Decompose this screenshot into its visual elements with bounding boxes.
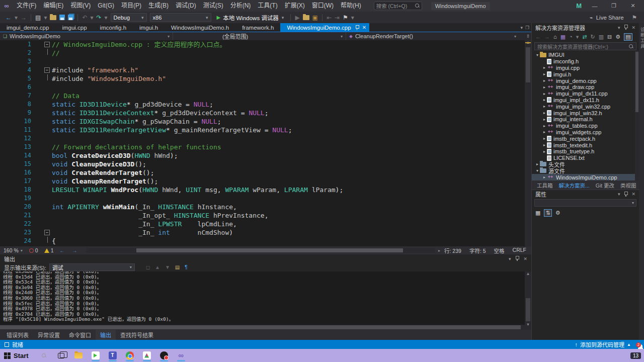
start-debug-button[interactable]: ▶本地 Windows 调试器▾: [217, 14, 284, 22]
close-button[interactable]: ✕: [627, 3, 639, 9]
se-show-all-files-icon[interactable]: ▤: [624, 33, 632, 41]
scrollbar-thumb[interactable]: [0, 325, 521, 329]
background-tasks-icon[interactable]: [5, 342, 9, 347]
se-sync-with-active-document-icon[interactable]: ⇄: [582, 34, 587, 40]
tool-window-tab[interactable]: 错误列表: [2, 330, 33, 340]
chevron-collapsed-icon[interactable]: ▸: [542, 85, 547, 89]
navigate-backward-icon[interactable]: ⇤: [327, 13, 332, 23]
menu-item[interactable]: 项目(P): [118, 0, 145, 12]
feedback-icon[interactable]: ⚑: [632, 14, 637, 21]
tool-window-tab[interactable]: 异常设置: [33, 330, 64, 340]
code-line[interactable]: 7// Data: [0, 92, 531, 100]
code-line[interactable]: 15void CleanupDeviceD3D();: [0, 160, 531, 168]
tree-item[interactable]: imconfig.h: [532, 58, 639, 65]
document-tab[interactable]: imgui_demo.cpp: [0, 23, 55, 32]
tool-window-tab[interactable]: 命令窗口: [64, 330, 96, 340]
tree-item[interactable]: ▸imstb_textedit.h: [532, 142, 639, 148]
command-window-icon[interactable]: ▣: [312, 13, 318, 23]
code-line[interactable]: 11static ID3D11RenderTargetView* g_mainR…: [0, 126, 531, 134]
menu-item[interactable]: 文件(F): [13, 0, 40, 12]
chevron-expanded-icon[interactable]: ▾: [535, 168, 540, 173]
code-line[interactable]: 22 _In_ LPWSTR lpCmdLine,: [0, 220, 531, 228]
output-log[interactable]: 线程 0x54b0 已退出，返回值为 0 (0x0)。线程 0x15d4 已退出…: [0, 272, 531, 325]
nav-back-dropdown[interactable]: ▾: [15, 13, 18, 23]
code-line[interactable]: 6: [0, 83, 531, 92]
code-line[interactable]: 1// WindowsImguiDemo.cpp : 定义应用程序的入口点。: [0, 40, 531, 49]
output-goto-prev-message-icon[interactable]: ▲: [155, 264, 160, 270]
close-icon[interactable]: ✕: [631, 25, 635, 30]
tree-item[interactable]: ▸imstb_rectpack.h: [532, 135, 639, 142]
tree-item[interactable]: ▸++imgui_draw.cpp: [532, 84, 639, 90]
chevron-collapsed-icon[interactable]: ▸: [542, 72, 547, 76]
tree-item[interactable]: ▸imgui_internal.h: [532, 116, 639, 123]
props-alphabetical-icon[interactable]: ⇅: [544, 209, 551, 217]
pin-icon[interactable]: [624, 192, 627, 197]
tree-item[interactable]: ▸++imgui.cpp: [532, 65, 639, 71]
menu-item[interactable]: 调试(D): [172, 0, 200, 12]
member-dropdown[interactable]: ◈ CleanupRenderTarget() ▾: [346, 32, 519, 40]
chrome-icon[interactable]: [122, 349, 137, 361]
chevron-collapsed-icon[interactable]: ▸: [542, 143, 547, 147]
code-line[interactable]: 4#include "framework.h": [0, 66, 531, 74]
redo-dropdown[interactable]: ▾: [105, 13, 108, 23]
se-forward-icon[interactable]: →: [544, 34, 550, 40]
account-avatar[interactable]: M: [576, 2, 582, 10]
se-home-icon[interactable]: ⌂: [553, 34, 557, 40]
chevron-collapsed-icon[interactable]: ▸: [542, 130, 547, 134]
open-file-icon[interactable]: [50, 15, 56, 20]
chevron-collapsed-icon[interactable]: ▸: [542, 111, 547, 115]
output-horizontal-scrollbar[interactable]: [0, 325, 531, 330]
tree-item[interactable]: LICENSE.txt: [532, 155, 639, 161]
project-dropdown[interactable]: ❏ WindowsImguiDemo ▾: [0, 32, 173, 40]
start-button[interactable]: Start: [4, 352, 29, 359]
attach-process-icon[interactable]: ▶: [295, 13, 299, 23]
splitter-icon[interactable]: ⇕: [526, 34, 531, 39]
se-properties-icon[interactable]: ⚙: [615, 34, 620, 40]
menu-item[interactable]: 工具(T): [254, 0, 281, 12]
zoom-dropdown[interactable]: 160 % ▾: [0, 247, 26, 253]
new-item-icon[interactable]: ▤: [35, 13, 41, 23]
editor-vertical-scrollbar[interactable]: ▲: [525, 40, 531, 246]
scrollbar-thumb[interactable]: [526, 47, 530, 82]
media-editor-app-icon[interactable]: [139, 349, 154, 361]
chevron-collapsed-icon[interactable]: ▸: [542, 65, 547, 70]
tree-item[interactable]: ▸++imgui_impl_dx11.cpp: [532, 90, 639, 97]
editor-horizontal-scrollbar[interactable]: [86, 248, 435, 253]
menu-item[interactable]: 测试(S): [200, 0, 227, 12]
document-tab[interactable]: WindowsImguiDemo.h: [165, 23, 235, 32]
document-tab[interactable]: imgui.cpp: [55, 23, 93, 32]
chevron-collapsed-icon[interactable]: ▸: [542, 149, 547, 154]
se-pending-changes-filter-icon[interactable]: ◔: [569, 34, 573, 40]
navigate-forward-icon[interactable]: ⇥: [335, 13, 340, 23]
panel-tab[interactable]: 解决方案资...: [556, 180, 593, 190]
tree-item[interactable]: ▸imstb_truetype.h: [532, 148, 639, 155]
close-icon[interactable]: ✕: [523, 256, 527, 261]
window-position-dropdown-icon[interactable]: ▾: [509, 256, 511, 261]
close-icon[interactable]: ✕: [362, 25, 366, 30]
panel-tab[interactable]: 类视图: [617, 180, 639, 190]
chevron-expanded-icon[interactable]: ▾: [535, 53, 540, 57]
se-collapse-all-icon[interactable]: ⊟: [607, 34, 612, 40]
maximize-button[interactable]: ❐: [608, 3, 620, 9]
tool-window-tab[interactable]: 输出: [96, 330, 116, 340]
tree-item[interactable]: ▸++imgui_demo.cpp: [532, 77, 639, 84]
nav-forward-icon[interactable]: →: [21, 13, 27, 23]
close-icon[interactable]: ✕: [631, 192, 635, 197]
code-line[interactable]: 16void CreateRenderTarget();: [0, 168, 531, 177]
diagnostic-tools-tab[interactable]: 诊断工具: [639, 27, 644, 49]
scrollbar-thumb[interactable]: [136, 248, 403, 252]
se-refresh-icon[interactable]: ↻: [590, 34, 595, 40]
undo-icon[interactable]: ↶: [82, 13, 87, 23]
code-line[interactable]: 23 _In_ int nCmdShow): [0, 228, 531, 237]
task-view-button[interactable]: [54, 349, 69, 361]
navigate-back-forward-icons[interactable]: ← →: [59, 248, 80, 253]
find-in-files-icon[interactable]: [303, 15, 309, 20]
float-window-icon[interactable]: ❐: [525, 25, 529, 30]
chevron-collapsed-icon[interactable]: ▸: [542, 78, 547, 83]
document-tab-active[interactable]: WindowsImguiDemo.cpp✕: [280, 23, 369, 32]
redo-icon[interactable]: ↷: [97, 13, 102, 23]
error-count[interactable]: 0: [29, 247, 38, 253]
code-line[interactable]: 5#include "WindowsImguiDemo.h": [0, 74, 531, 83]
debug-config-combo[interactable]: Debug▾: [111, 13, 147, 22]
tree-item[interactable]: ▸imgui_impl_dx11.h: [532, 97, 639, 104]
